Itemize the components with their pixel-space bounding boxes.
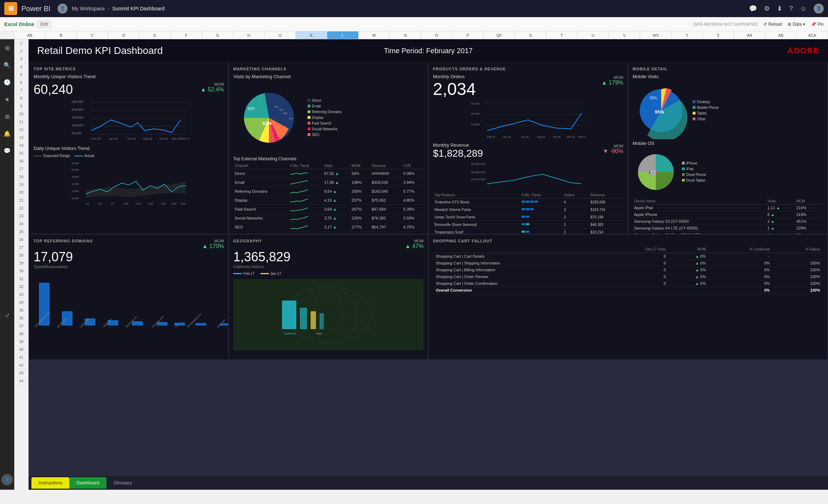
settings-icon[interactable]: ⚙ [764,5,770,12]
col-revenue: Revenue [370,163,402,169]
col-page [433,246,604,253]
col-header-qf[interactable]: QF [484,31,515,39]
svg-text:Apr-16: Apr-16 [109,137,118,140]
workspace-link[interactable]: My Workspace [72,6,105,11]
svg-text:Jun-16: Jun-16 [127,137,136,140]
data-button[interactable]: ⊞ Data ▾ [788,22,805,27]
products-title: PRODUCTS ORDERS & REVENUE [433,67,623,71]
tab-dashboard[interactable]: Dashboard [69,477,106,489]
row-num-35: 35 [14,306,28,314]
sidebar-expand-icon[interactable]: ⤢ [1,309,13,321]
page-billing: Shopping Cart | Billing Information [433,267,604,273]
edit-button[interactable]: Edit [37,21,51,28]
svg-text:Feb-16: Feb-16 [487,136,495,138]
col-header-v[interactable]: V [609,31,640,39]
col-header-h[interactable]: H [233,31,265,39]
col-header-p[interactable]: P [453,31,484,39]
col-header-m[interactable]: M [359,31,390,39]
col-header-ij[interactable]: IJ [265,31,296,39]
col-header-l[interactable]: L [327,31,359,39]
panel-marketing: MARKETING CHANNELS Visits by Marketing C… [229,62,428,234]
col-mom: MOM [669,246,709,253]
col-header-d[interactable]: D [108,31,140,39]
svg-text:40,000,000: 40,000,000 [471,171,486,174]
svg-text:200,000: 200,000 [72,108,84,111]
col-header-e[interactable]: E [139,31,171,39]
table-row: Samsung Galaxy S3 (GT-I930X2 ▲451% [633,218,823,225]
row-num-18: 18 [14,173,28,181]
download-icon[interactable]: ⬇ [777,5,782,12]
profile-avatar[interactable]: 👤 [814,4,824,14]
reload-button[interactable]: ↺ Reload [763,22,782,27]
col-header-n[interactable]: N [390,31,421,39]
sidebar-favorites-icon[interactable]: ★ [1,94,13,105]
col-device-visits: Visits [766,198,795,205]
sidebar-chat-icon[interactable]: 💬 [1,145,13,156]
col-header-t[interactable]: T [546,31,578,39]
bar-bens: bensbargains.net [186,272,215,329]
comment-icon[interactable]: 💬 [749,5,757,12]
smiley-icon[interactable]: ☺ [800,5,807,12]
col-header-aca[interactable]: ACA [797,31,828,39]
product-name: Timpanogos Scarf [433,228,520,234]
trend-social [289,214,323,223]
col-header-f[interactable]: F [171,31,202,39]
svg-text:Feb-17: Feb-17 [181,137,190,140]
svg-text:3%: 3% [279,108,283,111]
row-num-21: 21 [14,196,28,204]
total-row: Overall Conversion 0% 100% [433,287,823,294]
row-num-2: 2 [14,47,28,55]
col-header-ab[interactable]: AB [14,31,46,39]
product-name: Uintas TechX Snow Pants [433,213,520,221]
col-header-wx[interactable]: WX [640,31,672,39]
col-header-k[interactable]: K [296,31,327,39]
col-header-aa[interactable]: AA [734,31,765,39]
col-header-g[interactable]: G [202,31,234,39]
col-header-s[interactable]: S [515,31,547,39]
visits-overall [604,287,669,294]
sidebar-home-icon[interactable]: ⊞ [1,42,13,54]
marketing-title: MARKETING CHANNELS [233,67,424,71]
table-row: Samsung Galaxy S2 Plus (GT-I9105P)1 ▲0% [633,232,823,234]
tab-glossary[interactable]: Glossary [106,477,139,489]
monthly-revenue-number: $1,828,289 [433,148,483,159]
monthly-orders-number: 2,034 [433,79,476,99]
help-icon[interactable]: ? [789,5,793,12]
referring-big-number: 17,079 [34,250,224,264]
col-top-products: Top Products [433,192,520,198]
pin-button[interactable]: 📌 Pin [811,22,824,27]
sidebar-recent-icon[interactable]: 🕐 [1,76,13,88]
monthly-orders-metric: Monthly Orders 2,034 MOM ▲ 179% [433,74,623,99]
col-header-ab2[interactable]: AB [765,31,797,39]
legend-tablet: Tablet [693,111,719,115]
row-num-1: 1 [14,39,28,47]
svg-text:2/4: 2/4 [99,202,102,205]
daily-legend: Expected Range Actual [34,154,224,158]
cvr-referring: 5.77% [402,187,424,196]
rev-seo: $54,797 [370,223,402,232]
legend-social: Social Networks [308,127,341,131]
product-orders: 4 [563,198,589,206]
svg-rect-65 [522,223,525,225]
tab-instructions[interactable]: Instructions [31,477,69,489]
col-header-o[interactable]: O [421,31,453,39]
sidebar-avatar[interactable]: 👤 [1,474,13,485]
col-header-z[interactable]: Z [703,31,734,39]
legend-paid: Paid Search [308,121,341,125]
visits-shipping: 0 [604,260,669,267]
col-6mo-trend: 6 Mo. Trend [520,192,562,198]
continued-billing: 0% [709,267,773,273]
sidebar-apps-icon[interactable]: ⊞ [1,111,13,122]
svg-text:Oct-16: Oct-16 [159,137,168,140]
svg-text:6,000: 6,000 [72,168,79,171]
col-header-y[interactable]: Y [672,31,703,39]
sidebar-search-icon[interactable]: 🔍 [1,59,13,71]
col-header-b[interactable]: B [46,31,77,39]
mom-billing: ▲ 0% [669,267,709,273]
svg-text:Oct-16: Oct-16 [553,136,561,138]
sidebar-notifications-icon[interactable]: 🔔 [1,128,13,139]
col-header-u[interactable]: U [578,31,609,39]
visits-direct: 67,92 ▲ [323,169,350,178]
col-header-c[interactable]: C [77,31,108,39]
user-avatar-icon[interactable]: 👤 [58,4,68,14]
